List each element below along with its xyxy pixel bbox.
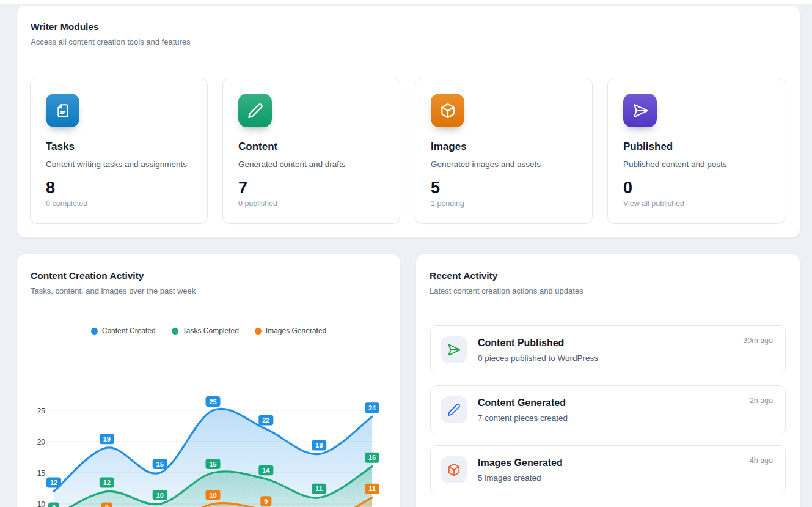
- module-title: Tasks: [46, 141, 192, 153]
- module-title: Content: [238, 141, 384, 153]
- pencil-icon: [441, 396, 467, 423]
- svg-text:12: 12: [50, 479, 57, 486]
- activity-text: Content Published 0 pieces published to …: [478, 337, 598, 363]
- legend-item-images-generated[interactable]: Images Generated: [255, 327, 326, 335]
- document-icon: [46, 94, 79, 127]
- activity-text: Images Generated 5 images created: [478, 457, 563, 483]
- chart-body: Content Created Tasks Completed Images G…: [17, 308, 400, 335]
- module-caption: 0 completed: [46, 199, 192, 208]
- module-title: Published: [623, 141, 769, 153]
- legend-label: Content Created: [102, 327, 156, 335]
- module-count: 0: [623, 179, 769, 196]
- legend-label: Tasks Completed: [183, 327, 239, 335]
- module-title: Images: [431, 141, 577, 153]
- activity-timestamp: 2h ago: [750, 396, 773, 405]
- top-strip: [0, 0, 812, 4]
- svg-text:8: 8: [105, 504, 109, 507]
- modules-row: Tasks Content writing tasks and assignme…: [17, 59, 800, 224]
- cube-icon: [441, 456, 467, 483]
- module-card-published[interactable]: Published Published content and posts 0 …: [607, 78, 785, 224]
- writer-modules-subtitle: Access all content creation tools and fe…: [31, 37, 786, 47]
- recent-activity-title: Recent Activity: [430, 270, 786, 281]
- pencil-icon: [238, 94, 272, 127]
- writer-modules-panel: Writer Modules Access all content creati…: [16, 5, 800, 238]
- content-creation-activity-panel: Content Creation Activity Tasks, content…: [16, 254, 401, 507]
- activity-item-images-generated[interactable]: Images Generated 5 images created 4h ago: [430, 445, 786, 494]
- module-description: Generated images and assets: [431, 159, 577, 169]
- recent-activity-subtitle: Latest content creation actions and upda…: [430, 286, 786, 296]
- svg-text:10: 10: [209, 492, 216, 499]
- activity-description: 7 content pieces created: [478, 413, 568, 423]
- activity-list: Content Published 0 pieces published to …: [416, 308, 800, 494]
- writer-modules-title: Writer Modules: [31, 21, 786, 32]
- module-description: Content writing tasks and assignments: [46, 159, 192, 169]
- cube-icon: [431, 94, 464, 127]
- legend-dot: [172, 328, 178, 335]
- recent-activity-header: Recent Activity Latest content creation …: [416, 254, 800, 308]
- activity-timestamp: 4h ago: [750, 456, 773, 465]
- svg-text:10: 10: [37, 500, 46, 507]
- module-caption: 0 published: [238, 199, 384, 208]
- activity-line-chart[interactable]: 252015105MonTueWedThuFriSatSun1219152522…: [17, 378, 401, 507]
- activity-text: Content Generated 7 content pieces creat…: [478, 397, 568, 423]
- activity-item-content-published[interactable]: Content Published 0 pieces published to …: [430, 325, 786, 374]
- svg-text:15: 15: [209, 461, 216, 468]
- writer-modules-header: Writer Modules Access all content creati…: [17, 6, 800, 59]
- module-card-images[interactable]: Images Generated images and assets 5 1 p…: [415, 78, 593, 224]
- activity-title: Content Published: [478, 337, 598, 349]
- legend-item-tasks-completed[interactable]: Tasks Completed: [172, 327, 239, 335]
- svg-text:20: 20: [37, 438, 46, 446]
- activity-description: 5 images created: [478, 473, 563, 483]
- module-card-content[interactable]: Content Generated content and drafts 7 0…: [222, 78, 400, 224]
- svg-text:19: 19: [103, 435, 111, 443]
- module-card-tasks[interactable]: Tasks Content writing tasks and assignme…: [30, 78, 208, 224]
- module-count: 7: [238, 179, 384, 196]
- module-description: Published content and posts: [623, 159, 769, 169]
- module-count: 8: [46, 179, 192, 196]
- svg-text:14: 14: [262, 467, 270, 474]
- svg-text:10: 10: [156, 492, 164, 499]
- svg-text:15: 15: [156, 461, 164, 468]
- chart-title: Content Creation Activity: [31, 270, 387, 281]
- svg-text:9: 9: [264, 498, 268, 505]
- module-description: Generated content and drafts: [238, 159, 384, 169]
- legend-item-content-created[interactable]: Content Created: [91, 327, 156, 335]
- send-icon: [623, 94, 657, 127]
- send-icon: [441, 336, 467, 363]
- svg-text:25: 25: [37, 407, 46, 415]
- svg-text:8: 8: [52, 504, 56, 507]
- svg-text:15: 15: [37, 469, 46, 478]
- activity-title: Content Generated: [478, 397, 568, 409]
- svg-text:18: 18: [315, 442, 323, 449]
- legend-label: Images Generated: [266, 327, 326, 335]
- svg-text:11: 11: [368, 485, 376, 492]
- svg-text:16: 16: [368, 454, 376, 461]
- svg-text:11: 11: [315, 485, 323, 492]
- legend-dot: [255, 328, 262, 335]
- svg-text:12: 12: [103, 479, 111, 486]
- module-caption: View all published: [623, 199, 769, 208]
- chart-legend: Content Created Tasks Completed Images G…: [17, 308, 400, 335]
- activity-item-content-generated[interactable]: Content Generated 7 content pieces creat…: [430, 385, 786, 434]
- module-count: 5: [431, 179, 577, 196]
- chart-subtitle: Tasks, content, and images over the past…: [31, 286, 387, 296]
- svg-text:22: 22: [262, 416, 269, 424]
- activity-timestamp: 30m ago: [743, 336, 773, 345]
- activity-description: 0 pieces published to WordPress: [478, 353, 598, 363]
- svg-text:25: 25: [209, 398, 216, 405]
- module-caption: 1 pending: [431, 199, 577, 208]
- activity-title: Images Generated: [478, 457, 563, 468]
- recent-activity-panel: Recent Activity Latest content creation …: [415, 254, 800, 507]
- legend-dot: [91, 328, 98, 335]
- svg-text:24: 24: [368, 404, 376, 412]
- chart-header: Content Creation Activity Tasks, content…: [17, 254, 400, 308]
